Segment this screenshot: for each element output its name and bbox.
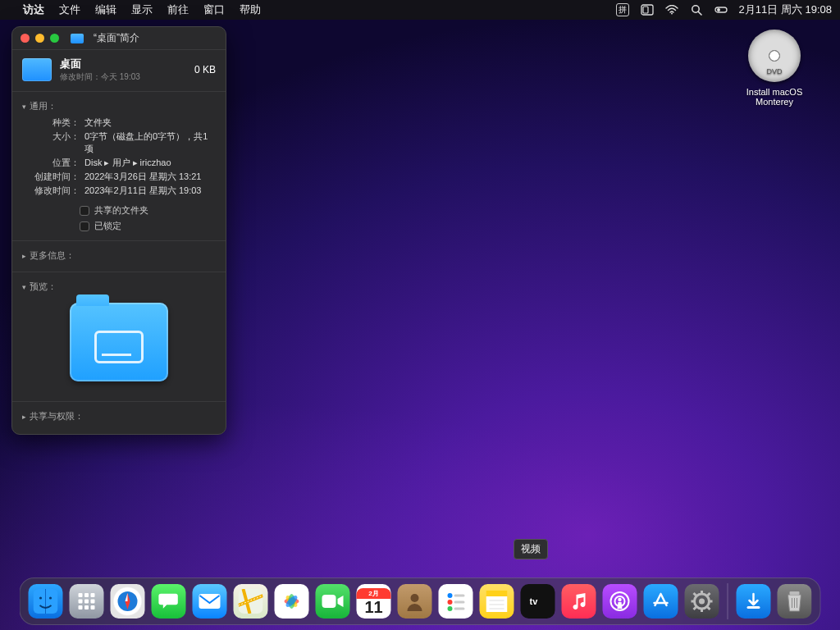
dock-app-messages[interactable] xyxy=(152,584,186,619)
svg-rect-55 xyxy=(747,606,760,609)
checkbox-shared[interactable] xyxy=(80,206,89,216)
dock-separator xyxy=(728,583,728,619)
svg-point-32 xyxy=(448,600,453,605)
svg-line-4 xyxy=(698,11,701,15)
dock-tooltip: 视频 xyxy=(514,539,548,559)
menu-edit[interactable]: 编辑 xyxy=(95,2,116,17)
control-center-icon[interactable] xyxy=(714,3,728,16)
menu-bar: 访达 文件 编辑 显示 前往 窗口 帮助 拼 2月11日 周六 19:08 xyxy=(0,0,840,20)
svg-rect-1 xyxy=(643,7,648,13)
disclosure-down-icon: ▾ xyxy=(22,283,26,291)
svg-line-52 xyxy=(708,607,710,609)
field-modified-value: 2023年2月11日 星期六 19:03 xyxy=(84,185,216,197)
svg-rect-16 xyxy=(79,605,83,609)
field-kind-label: 种类： xyxy=(32,116,80,129)
zoom-button[interactable] xyxy=(50,34,59,43)
svg-rect-15 xyxy=(91,600,95,604)
dock-downloads[interactable] xyxy=(737,584,771,619)
field-size-value: 0字节（磁盘上的0字节），共1项 xyxy=(84,130,216,155)
dock-app-facetime[interactable] xyxy=(316,584,350,619)
svg-point-29 xyxy=(411,594,419,602)
dock-app-maps[interactable] xyxy=(234,584,268,619)
info-size: 0 KB xyxy=(194,64,216,75)
dock-app-contacts[interactable] xyxy=(398,584,432,619)
input-method-icon[interactable]: 拼 xyxy=(616,3,629,16)
close-button[interactable] xyxy=(21,34,30,43)
svg-point-34 xyxy=(448,606,453,611)
section-sharing[interactable]: ▸ 共享与权限： xyxy=(22,407,216,426)
field-created-label: 创建时间： xyxy=(32,171,80,183)
dock-app-podcasts[interactable] xyxy=(603,584,637,619)
svg-rect-10 xyxy=(79,593,83,597)
menu-app[interactable]: 访达 xyxy=(23,2,44,17)
menu-help[interactable]: 帮助 xyxy=(240,2,261,17)
dock-app-music[interactable] xyxy=(562,584,596,619)
field-created-value: 2022年3月26日 星期六 13:21 xyxy=(84,171,216,183)
section-general[interactable]: ▾ 通用： xyxy=(22,97,216,116)
dock-app-mail[interactable] xyxy=(193,584,227,619)
dock-app-launchpad[interactable] xyxy=(70,584,104,619)
svg-point-9 xyxy=(49,596,52,599)
svg-point-8 xyxy=(39,596,42,599)
menu-window[interactable]: 窗口 xyxy=(203,2,225,17)
folder-icon xyxy=(71,34,84,43)
svg-rect-17 xyxy=(84,605,89,609)
folder-preview-icon xyxy=(70,303,168,381)
svg-point-44 xyxy=(618,598,621,601)
get-info-window: “桌面”简介 桌面 修改时间：今天 19:03 0 KB ▾ 通用： 种类：文件… xyxy=(11,26,226,435)
dock-app-notes[interactable] xyxy=(480,584,514,619)
minimize-button[interactable] xyxy=(35,34,44,43)
svg-point-2 xyxy=(671,13,673,15)
svg-text:tv: tv xyxy=(530,596,539,606)
dock-app-photos[interactable] xyxy=(275,584,309,619)
spotlight-icon[interactable] xyxy=(690,3,703,16)
section-preview[interactable]: ▾ 预览： xyxy=(22,277,216,296)
menu-file[interactable]: 文件 xyxy=(59,2,80,17)
window-titlebar[interactable]: “桌面”简介 xyxy=(12,27,226,50)
field-where-value: Disk ▸ 用户 ▸ iriczhao xyxy=(84,157,216,169)
desktop-item-installer[interactable]: Install macOS Monterey xyxy=(733,30,815,107)
svg-point-46 xyxy=(699,599,705,605)
checkbox-shared-label: 共享的文件夹 xyxy=(94,204,148,217)
stage-manager-icon[interactable] xyxy=(641,3,654,16)
menu-view[interactable]: 显示 xyxy=(131,2,153,17)
section-label: 预览： xyxy=(30,281,57,293)
calendar-day: 11 xyxy=(364,599,382,615)
dock: 2月 11 tv xyxy=(20,578,821,625)
svg-rect-18 xyxy=(91,605,95,609)
dock-trash[interactable] xyxy=(778,584,812,619)
svg-rect-31 xyxy=(454,595,465,597)
checkbox-locked[interactable] xyxy=(80,221,89,231)
dock-app-finder[interactable] xyxy=(29,584,63,619)
dock-app-appstore[interactable] xyxy=(644,584,678,619)
svg-rect-13 xyxy=(79,600,83,604)
svg-rect-28 xyxy=(322,595,336,608)
svg-point-6 xyxy=(717,8,720,11)
checkbox-locked-label: 已锁定 xyxy=(94,220,121,232)
window-traffic-lights xyxy=(21,34,59,43)
section-more-info[interactable]: ▸ 更多信息： xyxy=(22,246,216,265)
svg-rect-35 xyxy=(454,608,465,610)
menu-go[interactable]: 前往 xyxy=(167,2,189,17)
info-name: 桌面 xyxy=(60,57,186,71)
dock-app-tv[interactable]: tv xyxy=(521,584,555,619)
menubar-datetime[interactable]: 2月11日 周六 19:08 xyxy=(739,2,832,17)
calendar-month: 2月 xyxy=(357,588,391,599)
window-title: “桌面”简介 xyxy=(94,31,139,45)
wifi-icon[interactable] xyxy=(665,3,678,16)
svg-rect-12 xyxy=(91,593,95,597)
svg-line-53 xyxy=(694,607,696,609)
svg-point-30 xyxy=(448,593,453,598)
svg-rect-33 xyxy=(454,601,465,604)
svg-rect-56 xyxy=(790,591,800,595)
field-kind-value: 文件夹 xyxy=(84,116,216,129)
desktop-item-label: Install macOS Monterey xyxy=(733,87,815,107)
disclosure-right-icon: ▸ xyxy=(22,413,26,421)
field-where-label: 位置： xyxy=(32,157,80,169)
dock-app-calendar[interactable]: 2月 11 xyxy=(357,584,391,619)
dock-app-safari[interactable] xyxy=(111,584,145,619)
info-modified-inline: 修改时间：今天 19:03 xyxy=(60,71,186,83)
dvd-icon xyxy=(748,30,801,82)
dock-app-reminders[interactable] xyxy=(439,584,473,619)
dock-app-settings[interactable] xyxy=(685,584,719,619)
